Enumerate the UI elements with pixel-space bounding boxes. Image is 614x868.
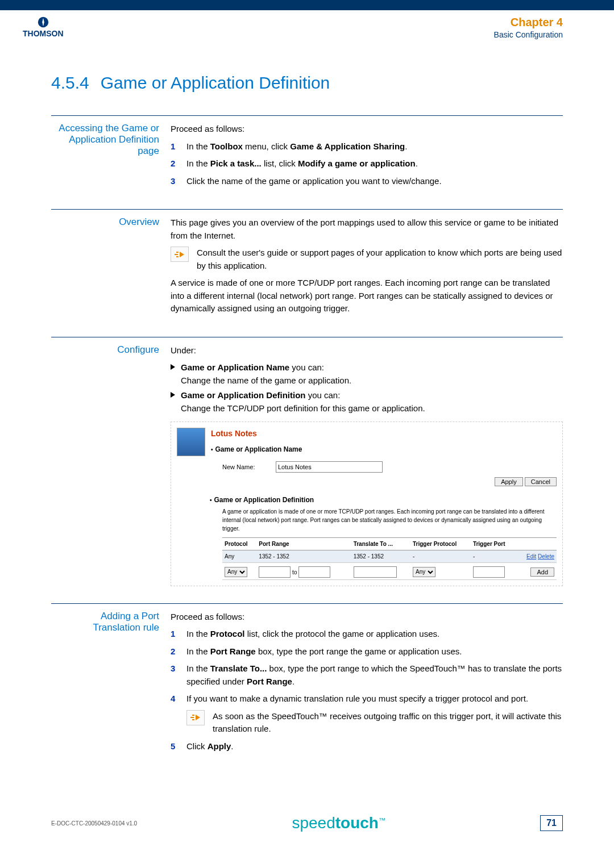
to-label: to <box>292 569 297 575</box>
bullet-text: Game or Application Name you can:Change … <box>181 361 351 387</box>
app-title: Lotus Notes <box>211 428 557 440</box>
table-header: Trigger Protocol <box>410 537 471 550</box>
configure-intro: Under: <box>171 344 563 357</box>
embedded-screenshot: Lotus Notes •Game or Application Name Ne… <box>171 422 563 586</box>
block-configure: Configure Under: Game or Application Nam… <box>51 337 563 586</box>
accessing-intro: Proceed as follows: <box>171 123 563 136</box>
step-number: 2 <box>171 645 179 658</box>
step-number: 5 <box>171 740 179 753</box>
apply-button[interactable]: Apply <box>495 477 523 486</box>
bullet-icon: • <box>210 497 212 503</box>
page-footer: E-DOC-CTC-20050429-0104 v1.0 speedtouch™… <box>0 797 614 855</box>
step-number: 1 <box>171 628 179 641</box>
ss-sub2: Game or Application Definition <box>214 496 314 504</box>
protocol-select[interactable]: Any <box>225 567 247 577</box>
table-control-row: Any to Any Add <box>222 562 557 579</box>
configure-items: Game or Application Name you can:Change … <box>171 361 563 415</box>
block-label-overview: Overview <box>51 216 159 320</box>
section-title: 4.5.4Game or Application Definition <box>51 73 563 93</box>
step-number: 2 <box>171 157 179 170</box>
step-number: 3 <box>171 175 179 188</box>
ss-sub1: Game or Application Name <box>215 445 302 453</box>
block-label-adding: Adding a Port Translation rule <box>51 611 159 758</box>
step-text: In the Port Range box, type the port ran… <box>186 645 462 658</box>
cell-trigger-port: - <box>471 550 516 562</box>
new-name-label: New Name: <box>222 462 268 472</box>
list-item: 1In the Protocol list, click the protoco… <box>171 628 563 641</box>
bullet-item: Game or Application Definition you can:C… <box>171 389 563 415</box>
table-header: Port Range <box>256 537 351 550</box>
logo-text: THOMSON <box>23 30 64 38</box>
block-adding: Adding a Port Translation rule Proceed a… <box>51 603 563 758</box>
list-item: 4If you want to make a dynamic translati… <box>171 692 563 706</box>
accessing-steps: 1In the Toolbox menu, click Game & Appli… <box>171 140 563 188</box>
step-text: Click the name of the game or applicatio… <box>186 175 442 188</box>
port-from-input[interactable] <box>259 566 291 578</box>
table-header: Translate To ... <box>351 537 410 550</box>
logo-icon <box>37 16 49 28</box>
step-number: 4 <box>171 692 179 706</box>
new-name-input[interactable] <box>276 461 383 473</box>
list-item: 1In the Toolbox menu, click Game & Appli… <box>171 140 563 153</box>
step-text: In the Protocol list, click the protocol… <box>186 628 439 641</box>
page-body: 4.5.4Game or Application Definition Acce… <box>0 45 614 797</box>
overview-note: Consult the user's guide or support page… <box>171 247 563 272</box>
step-text: In the Pick a task... list, click Modify… <box>186 157 418 170</box>
bullet-icon: • <box>211 446 213 453</box>
note-icon <box>171 247 189 262</box>
ss-desc: A game or application is made of one or … <box>222 507 557 533</box>
chapter-title: Chapter 4 <box>494 16 563 29</box>
trigger-protocol-select[interactable]: Any <box>413 567 435 577</box>
bullet-item: Game or Application Name you can:Change … <box>171 361 563 387</box>
cell-port-range: 1352 - 1352 <box>256 550 351 562</box>
translate-input[interactable] <box>354 566 397 578</box>
block-label-configure: Configure <box>51 344 159 586</box>
step-text: If you want to make a dynamic translatio… <box>186 692 528 706</box>
adding-note-text: As soon as the SpeedTouch™ receives outg… <box>213 710 563 736</box>
section-name: Game or Application Definition <box>101 73 330 92</box>
page-header: THOMSON Chapter 4 Basic Configuration <box>0 10 614 45</box>
list-item: 2In the Port Range box, type the port ra… <box>171 645 563 658</box>
list-item: 2In the Pick a task... list, click Modif… <box>171 157 563 170</box>
table-header: Trigger Port <box>471 537 516 550</box>
chapter-heading: Chapter 4 Basic Configuration <box>494 16 563 39</box>
table-header-row: ProtocolPort RangeTranslate To ...Trigge… <box>222 537 557 550</box>
table-row: Any 1352 - 1352 1352 - 1352 - - Edit Del… <box>222 550 557 562</box>
adding-intro: Proceed as follows: <box>171 611 563 624</box>
adding-step5: 5 Click Apply. <box>171 740 563 753</box>
overview-note-text: Consult the user's guide or support page… <box>197 247 563 272</box>
adding-note: As soon as the SpeedTouch™ receives outg… <box>186 710 563 736</box>
speedtouch-brand: speedtouch™ <box>292 814 385 832</box>
block-content-accessing: Proceed as follows: 1In the Toolbox menu… <box>171 123 563 192</box>
list-item: 3Click the name of the game or applicati… <box>171 175 563 188</box>
step-number: 3 <box>171 662 179 688</box>
trigger-port-input[interactable] <box>473 566 505 578</box>
top-bar <box>0 0 614 10</box>
cancel-button[interactable]: Cancel <box>525 477 557 486</box>
step-text: In the Toolbox menu, click Game & Applic… <box>186 140 407 153</box>
step-text: Click Apply. <box>186 740 234 753</box>
port-table: ProtocolPort RangeTranslate To ...Trigge… <box>222 537 557 580</box>
triangle-icon <box>171 392 175 398</box>
block-accessing: Accessing the Game or Application Defini… <box>51 115 563 192</box>
port-to-input[interactable] <box>298 566 330 578</box>
overview-p2: A service is made of one or more TCP/UDP… <box>171 277 563 315</box>
block-label-accessing: Accessing the Game or Application Defini… <box>51 123 159 192</box>
triangle-icon <box>171 364 175 370</box>
add-button[interactable]: Add <box>530 567 554 577</box>
cell-translate: 1352 - 1352 <box>351 550 410 562</box>
app-icon <box>177 428 205 456</box>
block-content-overview: This page gives you an overview of the p… <box>171 216 563 320</box>
cell-trigger-protocol: - <box>410 550 471 562</box>
document-id: E-DOC-CTC-20050429-0104 v1.0 <box>51 820 137 827</box>
edit-link[interactable]: Edit <box>526 553 536 560</box>
delete-link[interactable]: Delete <box>538 553 554 560</box>
block-content-adding: Proceed as follows: 1In the Protocol lis… <box>171 611 563 758</box>
step-text: In the Translate To... box, type the por… <box>186 662 563 688</box>
adding-steps: 1In the Protocol list, click the protoco… <box>171 628 563 706</box>
table-header: Protocol <box>222 537 256 550</box>
brand-light: speed <box>292 814 335 832</box>
list-item: 5 Click Apply. <box>171 740 563 753</box>
step-number: 1 <box>171 140 179 153</box>
bullet-text: Game or Application Definition you can:C… <box>181 389 425 415</box>
